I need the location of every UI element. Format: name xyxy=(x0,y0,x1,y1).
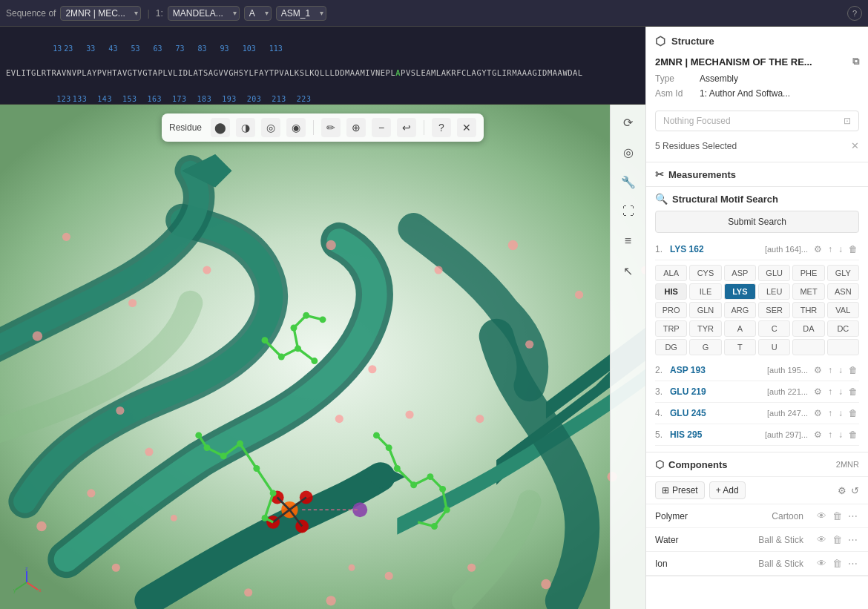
component-water: Water Ball & Stick 👁 🗑 ⋯ xyxy=(646,528,868,552)
wrench-btn[interactable]: 🔧 xyxy=(617,170,640,194)
fullscreen-btn[interactable]: ⛶ xyxy=(617,200,640,223)
copy-icon[interactable]: ⧉ xyxy=(852,56,859,68)
residue-down-1[interactable]: ↓ xyxy=(837,243,844,256)
aa-TYR[interactable]: TYR xyxy=(689,320,721,337)
residue-up-2[interactable]: ↑ xyxy=(826,363,834,377)
seq-line-1: 132333435363738393103113 xyxy=(6,30,640,67)
residue-up-1[interactable]: ↑ xyxy=(826,243,834,256)
dotted-btn[interactable]: ◎ xyxy=(261,118,280,137)
residue-up-3[interactable]: ↑ xyxy=(826,385,834,398)
residue-delete-1[interactable]: 🗑 xyxy=(847,243,859,256)
motif-header[interactable]: 🔍 Structural Motif Search xyxy=(646,187,868,211)
fill-btn[interactable]: ⬤ xyxy=(211,118,230,137)
chain-select[interactable]: MANDELA... xyxy=(168,6,240,21)
sphere-btn[interactable]: ⊕ xyxy=(346,118,366,137)
help-button[interactable]: ? xyxy=(847,6,862,21)
water-more-btn[interactable]: ⋯ xyxy=(846,533,859,547)
submit-search-btn[interactable]: Submit Search xyxy=(655,211,859,233)
residue-settings-5[interactable]: ⚙ xyxy=(812,428,823,441)
settings-btn[interactable]: ≡ xyxy=(617,229,640,253)
structure-header: ⬡ Structure xyxy=(646,27,868,56)
aa-PHE[interactable]: PHE xyxy=(792,265,824,281)
polymer-visibility-btn[interactable]: 👁 xyxy=(815,509,828,523)
aa-DG[interactable]: DG xyxy=(655,339,687,355)
minus-btn[interactable]: − xyxy=(372,118,391,137)
aa-T[interactable]: T xyxy=(724,339,756,355)
aa-DA[interactable]: DA xyxy=(792,320,824,337)
aa-CYS[interactable]: CYS xyxy=(689,265,721,281)
aa-ASP[interactable]: ASP xyxy=(724,265,756,281)
preset-reset-btn[interactable]: ↺ xyxy=(851,485,859,496)
residue-down-2[interactable]: ↓ xyxy=(837,363,844,377)
aa-MET[interactable]: MET xyxy=(792,283,824,300)
add-btn[interactable]: + Add xyxy=(709,481,746,499)
residue-up-4[interactable]: ↑ xyxy=(826,406,834,420)
chain-code-select[interactable]: A xyxy=(244,6,272,21)
aa-TRP[interactable]: TRP xyxy=(655,320,687,337)
pencil-btn[interactable]: ✏ xyxy=(321,118,341,137)
aa-ASN[interactable]: ASN xyxy=(827,283,859,300)
sequence-viewer[interactable]: 132333435363738393103113 EVLITGLRTRAVNVP… xyxy=(0,27,645,105)
spin-btn[interactable]: ◎ xyxy=(617,140,640,164)
aa-GLY[interactable]: GLY xyxy=(827,265,859,281)
help-toolbar-btn[interactable]: ? xyxy=(432,118,451,137)
aa-LEU[interactable]: LEU xyxy=(758,283,790,300)
aa-DC[interactable]: DC xyxy=(827,320,859,337)
aa-THR[interactable]: THR xyxy=(792,302,824,318)
aa-U[interactable]: U xyxy=(758,339,790,355)
aa-LYS[interactable]: LYS xyxy=(724,283,756,300)
measurements-header[interactable]: ✂ Measurements xyxy=(646,162,868,186)
camera-btn[interactable]: ⟳ xyxy=(617,111,640,134)
residue-settings-1[interactable]: ⚙ xyxy=(812,243,823,256)
aa-GLU[interactable]: GLU xyxy=(758,265,790,281)
svg-line-89 xyxy=(16,582,27,590)
aa-SER[interactable]: SER xyxy=(758,302,790,318)
aa-C[interactable]: C xyxy=(758,320,790,337)
residue-down-3[interactable]: ↓ xyxy=(837,385,844,398)
residue-delete-4[interactable]: 🗑 xyxy=(847,406,859,420)
polymer-delete-btn[interactable]: 🗑 xyxy=(831,509,844,523)
assembly-select[interactable]: ASM_1 xyxy=(276,6,326,21)
outline-btn[interactable]: ◉ xyxy=(286,118,306,137)
aa-HIS[interactable]: HIS xyxy=(655,283,687,300)
right-panel-scroll[interactable]: ✂ Measurements 🔍 Structural Motif Search… xyxy=(646,162,868,609)
half-btn[interactable]: ◑ xyxy=(236,118,255,137)
water-visibility-btn[interactable]: 👁 xyxy=(815,533,828,547)
aa-GLN[interactable]: GLN xyxy=(689,302,721,318)
residue-up-5[interactable]: ↑ xyxy=(826,428,834,441)
aa-VAL[interactable]: VAL xyxy=(827,302,859,318)
water-actions: 👁 🗑 ⋯ xyxy=(815,533,859,547)
ion-more-btn[interactable]: ⋯ xyxy=(846,556,859,570)
svg-point-82 xyxy=(476,415,484,423)
residue-settings-2[interactable]: ⚙ xyxy=(812,363,823,377)
aa-G[interactable]: G xyxy=(689,339,721,355)
entry-select[interactable]: 2MNR | MEC... xyxy=(60,6,141,21)
water-delete-btn[interactable]: 🗑 xyxy=(831,533,844,547)
residue-down-4[interactable]: ↓ xyxy=(837,406,844,420)
residue-delete-3[interactable]: 🗑 xyxy=(847,385,859,398)
cursor-btn[interactable]: ↖ xyxy=(617,259,640,283)
close-toolbar-btn[interactable]: ✕ xyxy=(457,118,476,137)
aa-ALA[interactable]: ALA xyxy=(655,265,687,281)
aa-ARG[interactable]: ARG xyxy=(724,302,756,318)
residue-settings-3[interactable]: ⚙ xyxy=(812,385,823,398)
preset-settings-btn[interactable]: ⚙ xyxy=(838,485,846,496)
clear-selection-btn[interactable]: ✕ xyxy=(851,140,859,151)
residue-settings-4[interactable]: ⚙ xyxy=(812,406,823,420)
3d-viewer[interactable]: Residue ⬤ ◑ ◎ ◉ ✏ ⊕ − ↩ ? ✕ ⟳ ◎ 🔧 ⛶ ≡ xyxy=(0,105,645,609)
residue-down-5[interactable]: ↓ xyxy=(837,428,844,441)
residue-delete-5[interactable]: 🗑 xyxy=(847,428,859,441)
residue-delete-2[interactable]: 🗑 xyxy=(847,363,859,377)
focus-bar[interactable]: Nothing Focused ⊡ xyxy=(655,111,859,131)
svg-point-51 xyxy=(262,337,269,343)
aa-A[interactable]: A xyxy=(724,320,756,337)
svg-point-67 xyxy=(575,291,583,299)
polymer-more-btn[interactable]: ⋯ xyxy=(846,509,859,523)
preset-btn[interactable]: ⊞ Preset xyxy=(655,481,705,499)
ion-delete-btn[interactable]: 🗑 xyxy=(831,556,844,570)
aa-ILE[interactable]: ILE xyxy=(689,283,721,300)
undo-btn[interactable]: ↩ xyxy=(397,118,416,137)
structure-title: 2MNR | MECHANISM OF THE RE... ⧉ xyxy=(655,56,859,68)
ion-visibility-btn[interactable]: 👁 xyxy=(815,556,828,570)
aa-PRO[interactable]: PRO xyxy=(655,302,687,318)
